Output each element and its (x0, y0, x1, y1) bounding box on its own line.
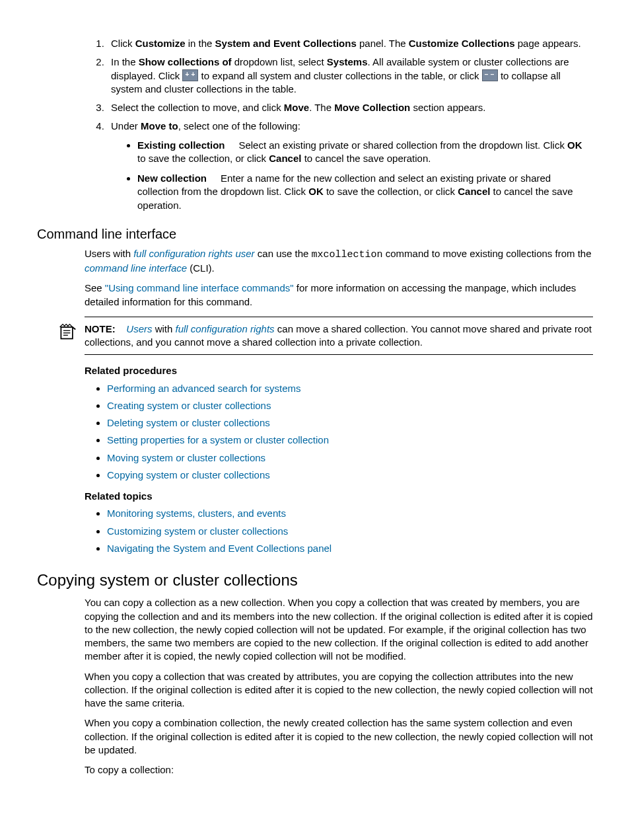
list-item: Customizing system or cluster collection… (107, 525, 593, 538)
note-block: NOTE: Users with full configuration righ… (85, 317, 593, 356)
copying-p4: To copy a collection: (85, 763, 593, 777)
list-item: Copying system or cluster collections (107, 469, 593, 482)
move-to-options: Existing collection Select an existing p… (111, 139, 593, 212)
related-topics-list: Monitoring systems, clusters, and events… (85, 507, 593, 555)
list-item: Monitoring systems, clusters, and events (107, 507, 593, 520)
list-item: Creating system or cluster collections (107, 399, 593, 412)
link-full-config-rights-user[interactable]: full configuration rights user (133, 248, 254, 259)
cli-heading: Command line interface (37, 225, 593, 243)
link-monitoring[interactable]: Monitoring systems, clusters, and events (107, 508, 286, 519)
step-1: Click Customize in the System and Event … (107, 37, 593, 50)
link-command-line-interface[interactable]: command line interface (85, 262, 187, 274)
copying-p1: You can copy a collection as a new colle… (85, 596, 593, 663)
link-creating-collections[interactable]: Creating system or cluster collections (107, 400, 271, 411)
procedure-steps: Click Customize in the System and Event … (85, 37, 593, 212)
step-3: Select the collection to move, and click… (107, 101, 593, 114)
link-deleting-collections[interactable]: Deleting system or cluster collections (107, 417, 270, 428)
note-icon (58, 323, 77, 341)
step-2: In the Show collections of dropdown list… (107, 56, 593, 96)
copying-p3: When you copy a combination collection, … (85, 716, 593, 757)
cli-paragraph-2: See "Using command line interface comman… (85, 282, 593, 309)
related-procedures-list: Performing an advanced search for system… (85, 382, 593, 482)
list-item: Deleting system or cluster collections (107, 416, 593, 430)
list-item: Moving system or cluster collections (107, 451, 593, 465)
link-setting-properties[interactable]: Setting properties for a system or clust… (107, 434, 329, 445)
expand-all-icon (182, 69, 198, 81)
list-item: Setting properties for a system or clust… (107, 434, 593, 447)
step-4: Under Move to, select one of the followi… (107, 120, 593, 212)
link-customizing[interactable]: Customizing system or cluster collection… (107, 525, 288, 537)
copying-p2: When you copy a collection that was crea… (85, 670, 593, 710)
related-procedures-heading: Related procedures (85, 364, 593, 377)
copying-heading: Copying system or cluster collections (37, 570, 593, 591)
note-text: NOTE: Users with full configuration righ… (85, 323, 593, 350)
link-copying-collections[interactable]: Copying system or cluster collections (107, 469, 270, 480)
collapse-all-icon (482, 69, 498, 81)
page-content: Click Customize in the System and Event … (85, 37, 593, 777)
related-topics-heading: Related topics (85, 490, 593, 503)
option-existing-collection: Existing collection Select an existing p… (137, 139, 593, 166)
cli-paragraph-1: Users with full configuration rights use… (85, 247, 593, 276)
link-users[interactable]: Users (126, 323, 152, 334)
link-navigating-panel[interactable]: Navigating the System and Event Collecti… (107, 543, 332, 554)
link-using-cli-commands[interactable]: "Using command line interface commands" (105, 282, 294, 293)
list-item: Performing an advanced search for system… (107, 382, 593, 395)
option-new-collection: New collection Enter a name for the new … (137, 172, 593, 212)
link-advanced-search[interactable]: Performing an advanced search for system… (107, 383, 300, 394)
list-item: Navigating the System and Event Collecti… (107, 542, 593, 555)
link-moving-collections[interactable]: Moving system or cluster collections (107, 452, 265, 463)
command-mxcollection: mxcollection (312, 249, 383, 260)
link-full-config-rights[interactable]: full configuration rights (176, 323, 275, 334)
